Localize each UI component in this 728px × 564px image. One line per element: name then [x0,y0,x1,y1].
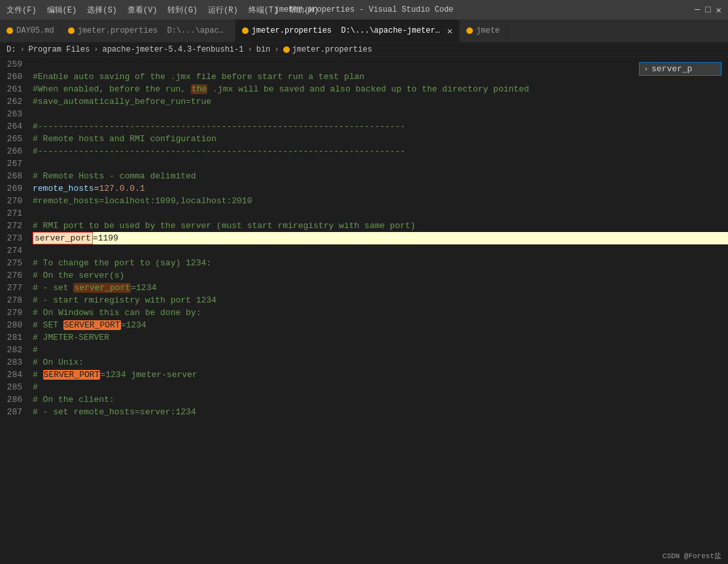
code-line: 282 # [0,344,728,356]
line-number: 279 [0,307,33,319]
tab-icon [242,27,249,34]
editor: 259 260 #Enable auto saving of the .jmx … [0,57,728,564]
line-content: # On the client: [33,393,728,406]
tab-label: jmete [476,26,500,35]
tabs-bar: DAY05.md jmeter.properties D:\...\apache… [0,20,728,42]
line-number: 276 [0,269,33,282]
line-content: # [33,344,728,356]
line-number: 273 [0,232,33,244]
line-number: 260 [0,71,33,83]
tab-jmeter-partial[interactable]: jmete [460,20,507,42]
line-number: 283 [0,356,33,369]
maximize-button[interactable]: □ [705,5,710,16]
line-content: #---------------------------------------… [33,120,728,133]
search-overlay: › [639,62,721,76]
tab-jmeter-fenbushi[interactable]: jmeter.properties D:\...\apache-jmeter-5… [235,20,460,42]
code-line: 263 [0,108,728,120]
code-line: 265 # Remote hosts and RMI configuration [0,133,728,145]
code-line: 266 #-----------------------------------… [0,145,728,158]
code-line: 270 #remote_hosts=localhost:1099,localho… [0,195,728,207]
line-number: 278 [0,294,33,307]
tab-day05[interactable]: DAY05.md [0,20,61,42]
menu-goto[interactable]: 转到(G) [167,5,198,16]
code-line: 272 # RMI port to be used by the server … [0,220,728,232]
line-content [33,108,728,120]
menu-select[interactable]: 选择(S) [87,5,117,16]
code-line: 286 # On the client: [0,393,728,406]
line-number: 265 [0,133,33,145]
menu-edit[interactable]: 编辑(E) [47,5,77,16]
line-content: # To change the port to (say) 1234: [33,257,728,269]
line-number: 286 [0,393,33,406]
line-content [33,58,728,71]
search-match: the [191,84,207,94]
breadcrumb-part[interactable]: Program Files [29,45,90,54]
tab-icon [466,27,473,34]
code-line: 276 # On the server(s) [0,269,728,282]
breadcrumb: D: › Program Files › apache-jmeter-5.4.3… [0,42,728,57]
code-line: 281 # JMETER-SERVER [0,331,728,344]
line-number: 266 [0,145,33,158]
window-controls[interactable]: ─ □ ✕ [695,5,721,16]
minimize-button[interactable]: ─ [695,5,700,16]
line-number: 263 [0,108,33,120]
watermark: CSDN @Forest盐 [663,551,721,561]
code-line: 264 #-----------------------------------… [0,120,728,133]
line-number: 287 [0,406,33,418]
line-number: 285 [0,381,33,393]
line-content: # On Unix: [33,356,728,369]
menu-run[interactable]: 运行(R) [208,5,238,16]
code-line: 275 # To change the port to (say) 1234: [0,257,728,269]
breadcrumb-part[interactable]: apache-jmeter-5.4.3-fenbushi-1 [102,45,243,54]
code-line: 279 # On Windows this can be done by: [0,307,728,319]
line-content: #When enabled, before the run, the .jmx … [33,83,728,95]
line-content [33,158,728,170]
code-line: 274 [0,244,728,257]
menu-bar[interactable]: 文件(F) 编辑(E) 选择(S) 查看(V) 转到(G) 运行(R) 终端(T… [7,5,319,16]
line-number: 259 [0,58,33,71]
tab-jmeter-bin[interactable]: jmeter.properties D:\...\apache-jmeter-5… [61,20,235,42]
line-number: 271 [0,207,33,220]
tab-icon [68,27,75,34]
line-number: 261 [0,83,33,95]
search-input[interactable] [651,64,717,74]
line-number: 275 [0,257,33,269]
tab-label: DAY05.md [16,26,54,35]
line-content: # - set remote_hosts=server:1234 [33,406,728,418]
code-line: 287 # - set remote_hosts=server:1234 [0,406,728,418]
line-number: 277 [0,282,33,294]
menu-file[interactable]: 文件(F) [7,5,37,16]
search-match: SERVER_PORT [43,370,101,380]
menu-terminal[interactable]: 终端(T) [249,5,279,16]
line-content: #save_automatically_before_run=true [33,95,728,108]
line-number: 269 [0,182,33,195]
breadcrumb-file: jmeter.properties [292,45,372,54]
code-line: 261 #When enabled, before the run, the .… [0,83,728,95]
breadcrumb-part[interactable]: D: [7,45,16,54]
code-line-highlighted: 273 server_port=1199 [0,232,728,244]
code-line: 284 # SERVER_PORT=1234 jmeter-server [0,369,728,381]
close-button[interactable]: ✕ [716,5,721,16]
tab-close-button[interactable]: ✕ [447,25,453,37]
code-line: 283 # On Unix: [0,356,728,369]
code-line: 278 # - start rmiregistry with port 1234 [0,294,728,307]
line-content: # Remote hosts and RMI configuration [33,133,728,145]
menu-view[interactable]: 查看(V) [128,5,158,16]
line-content: # Remote Hosts - comma delimited [33,170,728,182]
window-title: jmeter.properties - Visual Studio Code [275,5,454,14]
line-number: 274 [0,244,33,257]
line-number: 270 [0,195,33,207]
line-number: 264 [0,120,33,133]
line-content: # JMETER-SERVER [33,331,728,344]
line-number: 267 [0,158,33,170]
code-line: 259 [0,58,728,71]
search-match: server_port [73,283,131,293]
tab-icon [7,27,13,34]
tab-label: jmeter.properties D:\...\apache-jmeter-5… [252,26,442,35]
line-number: 280 [0,319,33,331]
chevron-right-icon: › [644,65,648,73]
breadcrumb-part[interactable]: bin [256,45,271,54]
line-number: 281 [0,331,33,344]
line-content: # SET SERVER_PORT=1234 [33,319,728,331]
code-line: 269 remote_hosts=127.0.0.1 [0,182,728,195]
